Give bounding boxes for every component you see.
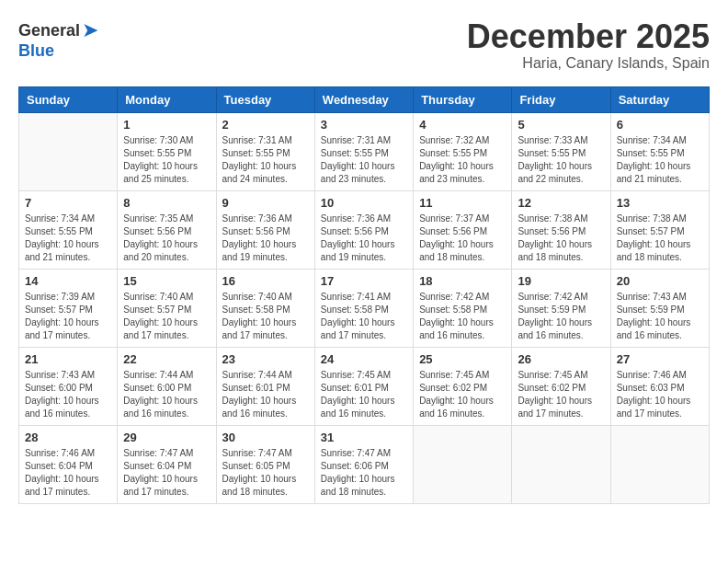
day-info: Sunrise: 7:46 AM Sunset: 6:04 PM Dayligh… (25, 447, 111, 499)
day-info: Sunrise: 7:42 AM Sunset: 5:58 PM Dayligh… (419, 291, 506, 342)
calendar-cell: 28Sunrise: 7:46 AM Sunset: 6:04 PM Dayli… (19, 425, 118, 503)
calendar-cell: 15Sunrise: 7:40 AM Sunset: 5:57 PM Dayli… (118, 269, 216, 347)
day-number: 19 (518, 274, 604, 288)
day-info: Sunrise: 7:38 AM Sunset: 5:57 PM Dayligh… (617, 213, 703, 264)
week-row: 28Sunrise: 7:46 AM Sunset: 6:04 PM Dayli… (19, 425, 710, 503)
day-number: 4 (419, 118, 506, 132)
calendar-cell: 7Sunrise: 7:34 AM Sunset: 5:55 PM Daylig… (19, 190, 118, 269)
day-info: Sunrise: 7:31 AM Sunset: 5:55 PM Dayligh… (222, 134, 309, 186)
day-info: Sunrise: 7:45 AM Sunset: 6:02 PM Dayligh… (518, 369, 604, 420)
calendar-cell: 9Sunrise: 7:36 AM Sunset: 5:56 PM Daylig… (216, 190, 314, 269)
day-number: 23 (222, 352, 309, 366)
day-info: Sunrise: 7:41 AM Sunset: 5:58 PM Dayligh… (321, 291, 407, 342)
day-info: Sunrise: 7:33 AM Sunset: 5:55 PM Dayligh… (518, 134, 604, 186)
calendar-cell: 18Sunrise: 7:42 AM Sunset: 5:58 PM Dayli… (414, 269, 512, 347)
day-info: Sunrise: 7:43 AM Sunset: 6:00 PM Dayligh… (25, 369, 111, 420)
day-number: 15 (123, 274, 210, 288)
day-info: Sunrise: 7:44 AM Sunset: 6:00 PM Dayligh… (123, 369, 210, 420)
day-info: Sunrise: 7:42 AM Sunset: 5:59 PM Dayligh… (518, 291, 604, 342)
day-number: 6 (617, 118, 703, 132)
calendar-cell (19, 112, 118, 190)
day-info: Sunrise: 7:32 AM Sunset: 5:55 PM Dayligh… (419, 134, 506, 186)
day-number: 26 (518, 352, 604, 366)
day-number: 21 (25, 352, 111, 366)
calendar-cell: 16Sunrise: 7:40 AM Sunset: 5:58 PM Dayli… (216, 269, 314, 347)
day-info: Sunrise: 7:35 AM Sunset: 5:56 PM Dayligh… (123, 213, 210, 264)
calendar-cell: 14Sunrise: 7:39 AM Sunset: 5:57 PM Dayli… (19, 269, 118, 347)
calendar-cell (610, 425, 709, 503)
calendar-cell: 8Sunrise: 7:35 AM Sunset: 5:56 PM Daylig… (118, 190, 216, 269)
day-number: 30 (222, 431, 309, 444)
day-info: Sunrise: 7:44 AM Sunset: 6:01 PM Dayligh… (222, 369, 309, 420)
week-row: 14Sunrise: 7:39 AM Sunset: 5:57 PM Dayli… (19, 269, 710, 347)
day-number: 22 (123, 352, 210, 366)
day-number: 1 (123, 118, 210, 132)
calendar-cell: 29Sunrise: 7:47 AM Sunset: 6:04 PM Dayli… (118, 425, 216, 503)
logo-blue: Blue (18, 41, 54, 60)
calendar-table: SundayMondayTuesdayWednesdayThursdayFrid… (18, 86, 710, 504)
calendar-cell: 31Sunrise: 7:47 AM Sunset: 6:06 PM Dayli… (314, 425, 413, 503)
day-number: 31 (321, 431, 407, 444)
calendar-cell: 17Sunrise: 7:41 AM Sunset: 5:58 PM Dayli… (314, 269, 413, 347)
logo-general: General (18, 22, 80, 39)
day-number: 5 (518, 118, 604, 132)
week-row: 1Sunrise: 7:30 AM Sunset: 5:55 PM Daylig… (19, 112, 710, 190)
weekday-header: Sunday (19, 86, 118, 112)
weekday-header: Friday (512, 86, 610, 112)
day-number: 10 (321, 196, 407, 210)
calendar-cell (512, 425, 610, 503)
calendar-cell: 30Sunrise: 7:47 AM Sunset: 6:05 PM Dayli… (216, 425, 314, 503)
day-number: 18 (419, 274, 506, 288)
day-number: 11 (419, 196, 506, 210)
logo-bird-icon: ➤ (82, 18, 98, 42)
day-number: 16 (222, 274, 309, 288)
calendar-cell: 13Sunrise: 7:38 AM Sunset: 5:57 PM Dayli… (610, 190, 709, 269)
day-info: Sunrise: 7:39 AM Sunset: 5:57 PM Dayligh… (25, 291, 111, 342)
day-info: Sunrise: 7:31 AM Sunset: 5:55 PM Dayligh… (321, 134, 407, 186)
weekday-header-row: SundayMondayTuesdayWednesdayThursdayFrid… (19, 86, 710, 112)
day-info: Sunrise: 7:36 AM Sunset: 5:56 PM Dayligh… (321, 213, 407, 264)
day-info: Sunrise: 7:46 AM Sunset: 6:03 PM Dayligh… (617, 369, 703, 420)
day-info: Sunrise: 7:40 AM Sunset: 5:57 PM Dayligh… (123, 291, 210, 342)
logo: General ➤ Blue (18, 18, 98, 60)
day-number: 3 (321, 118, 407, 132)
month-title: December 2025 (467, 18, 710, 55)
weekday-header: Wednesday (314, 86, 413, 112)
day-info: Sunrise: 7:47 AM Sunset: 6:05 PM Dayligh… (222, 447, 309, 499)
day-number: 24 (321, 352, 407, 366)
day-info: Sunrise: 7:38 AM Sunset: 5:56 PM Dayligh… (518, 213, 604, 264)
day-number: 29 (123, 431, 210, 444)
day-info: Sunrise: 7:47 AM Sunset: 6:06 PM Dayligh… (321, 447, 407, 499)
weekday-header: Saturday (610, 86, 709, 112)
calendar-cell: 11Sunrise: 7:37 AM Sunset: 5:56 PM Dayli… (414, 190, 512, 269)
calendar-cell: 5Sunrise: 7:33 AM Sunset: 5:55 PM Daylig… (512, 112, 610, 190)
calendar-cell: 27Sunrise: 7:46 AM Sunset: 6:03 PM Dayli… (610, 347, 709, 425)
calendar-cell: 12Sunrise: 7:38 AM Sunset: 5:56 PM Dayli… (512, 190, 610, 269)
day-number: 13 (617, 196, 703, 210)
calendar-cell: 3Sunrise: 7:31 AM Sunset: 5:55 PM Daylig… (314, 112, 413, 190)
calendar-cell: 22Sunrise: 7:44 AM Sunset: 6:00 PM Dayli… (118, 347, 216, 425)
calendar-cell: 6Sunrise: 7:34 AM Sunset: 5:55 PM Daylig… (610, 112, 709, 190)
weekday-header: Tuesday (216, 86, 314, 112)
day-info: Sunrise: 7:36 AM Sunset: 5:56 PM Dayligh… (222, 213, 309, 264)
calendar-cell: 2Sunrise: 7:31 AM Sunset: 5:55 PM Daylig… (216, 112, 314, 190)
day-number: 27 (617, 352, 703, 366)
calendar-cell: 25Sunrise: 7:45 AM Sunset: 6:02 PM Dayli… (414, 347, 512, 425)
day-number: 9 (222, 196, 309, 210)
day-number: 7 (25, 196, 111, 210)
calendar-cell: 4Sunrise: 7:32 AM Sunset: 5:55 PM Daylig… (414, 112, 512, 190)
calendar-cell: 24Sunrise: 7:45 AM Sunset: 6:01 PM Dayli… (314, 347, 413, 425)
calendar-cell (414, 425, 512, 503)
day-info: Sunrise: 7:34 AM Sunset: 5:55 PM Dayligh… (617, 134, 703, 186)
calendar-cell: 1Sunrise: 7:30 AM Sunset: 5:55 PM Daylig… (118, 112, 216, 190)
day-info: Sunrise: 7:45 AM Sunset: 6:02 PM Dayligh… (419, 369, 506, 420)
day-number: 12 (518, 196, 604, 210)
weekday-header: Thursday (414, 86, 512, 112)
weekday-header: Monday (118, 86, 216, 112)
day-number: 8 (123, 196, 210, 210)
day-number: 28 (25, 431, 111, 444)
day-info: Sunrise: 7:47 AM Sunset: 6:04 PM Dayligh… (123, 447, 210, 499)
location-subtitle: Haria, Canary Islands, Spain (467, 55, 710, 72)
calendar-cell: 10Sunrise: 7:36 AM Sunset: 5:56 PM Dayli… (314, 190, 413, 269)
calendar-cell: 21Sunrise: 7:43 AM Sunset: 6:00 PM Dayli… (19, 347, 118, 425)
